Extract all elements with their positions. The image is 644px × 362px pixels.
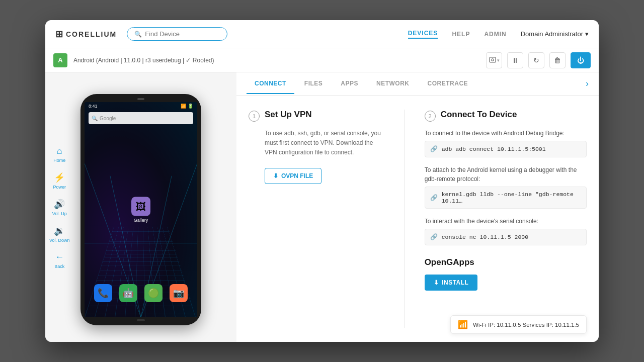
adb-command[interactable]: 🔗 adb adb connect 10.11.1.5:5001 [425, 141, 587, 157]
user-label: Domain Administrator [521, 30, 583, 38]
nav-admin[interactable]: ADMIN [484, 31, 506, 38]
install-button[interactable]: ⬇ INSTALL [425, 275, 478, 291]
sidebar-power-label: Power [53, 185, 66, 190]
install-label: INSTALL [442, 279, 468, 286]
connect-content: 1 Set Up VPN To use adb, ssh, gdb, or se… [236, 96, 599, 342]
sidebar-item-voldown[interactable]: 🔉 Vol. Down [49, 225, 70, 243]
sidebar-item-home[interactable]: ⌂ Home [53, 146, 65, 163]
back-icon: ← [55, 252, 64, 262]
device-avatar: A [53, 53, 67, 67]
content-area: ⌂ Home ⚡ Power 🔊 Vol. Up 🔉 Vol. Down [45, 72, 599, 342]
sidebar-item-volup[interactable]: 🔊 Vol. Up [52, 199, 67, 216]
serial-command[interactable]: 🔗 console nc 10.11.1.5 2000 [425, 229, 587, 245]
opengapps-title: OpenGApps [425, 257, 587, 267]
wifi-info: Wi-Fi IP: 10.11.0.5 Services IP: 10.11.1… [473, 322, 579, 328]
header: ⊞ CORELLIUM 🔍 DEVICES HELP ADMIN Domain … [45, 20, 599, 48]
phone-area: ⌂ Home ⚡ Power 🔊 Vol. Up 🔉 Vol. Down [45, 72, 236, 342]
link2-icon: 🔗 [430, 194, 438, 202]
main-panel: CONNECT FILES APPS NETWORK CORETRACE › 1… [236, 72, 599, 342]
connect-header: 2 Connect To Device [425, 110, 587, 122]
ovpn-label: OVPN FILE [281, 172, 313, 179]
connect-title: Connect To Device [441, 110, 517, 120]
screen: ⊞ CORELLIUM 🔍 DEVICES HELP ADMIN Domain … [45, 20, 599, 342]
sidebar-back-label: Back [54, 264, 64, 269]
adb-group: To connect to the device with Android De… [425, 129, 587, 157]
phone-home-button [137, 319, 145, 321]
serial-cmd-text: console nc 10.11.1.5 2000 [442, 234, 529, 240]
vpn-title: Set Up VPN [265, 110, 312, 120]
vpn-section: 1 Set Up VPN To use adb, ssh, gdb, or se… [249, 110, 384, 328]
gallery-label: Gallery [134, 218, 148, 223]
connect-device-section: 2 Connect To Device To connect to the de… [425, 110, 587, 328]
chevron-down-icon: ▾ [585, 30, 589, 38]
vpn-description: To use adb, ssh, gdb, or serial console,… [249, 129, 384, 158]
vol-up-icon: 🔊 [54, 199, 65, 210]
link-icon: 🔗 [430, 145, 438, 153]
tabs: CONNECT FILES APPS NETWORK CORETRACE › [236, 72, 599, 96]
device-info: Android (Android | 11.0.0 | r3 userdebug… [73, 57, 214, 64]
nav-devices[interactable]: DEVICES [408, 30, 438, 39]
screenshot-button[interactable]: ▾ [486, 52, 502, 68]
sidebar-home-label: Home [53, 158, 65, 163]
gallery-app-icon: 🖼 [131, 197, 150, 216]
gdb-command[interactable]: 🔗 kernel.gdb lldb --one-line "gdb-remote… [425, 187, 587, 209]
phone-wallpaper: 8:41 📶 🔋 🔍 Google 🖼 Gallery [85, 102, 197, 317]
android2-icon: 🟢 [144, 284, 163, 302]
ovpn-file-button[interactable]: ⬇ OVPN FILE [265, 168, 321, 184]
pause-button[interactable]: ⏸ [507, 52, 523, 68]
camera-icon: 📷 [170, 284, 188, 302]
sidebar-item-power[interactable]: ⚡ Power [53, 172, 66, 190]
user-menu[interactable]: Domain Administrator ▾ [521, 30, 589, 38]
svg-point-1 [491, 58, 493, 60]
phone-status-bar: 8:41 📶 🔋 [85, 102, 197, 110]
tab-coretrace[interactable]: CORETRACE [420, 74, 476, 94]
phone-device: 8:41 📶 🔋 🔍 Google 🖼 Gallery [80, 94, 201, 325]
sidebar-item-back[interactable]: ← Back [54, 252, 64, 269]
home-icon: ⌂ [57, 146, 62, 156]
wifi-bar: 📶 Wi-Fi IP: 10.11.0.5 Services IP: 10.11… [450, 315, 587, 334]
tab-network[interactable]: NETWORK [368, 74, 418, 94]
tab-files[interactable]: FILES [296, 74, 331, 94]
phone-dock-icons: 📞 🤖 🟢 📷 [85, 284, 197, 302]
adb-desc: To connect to the device with Android De… [425, 129, 587, 138]
gdb-cmd-text: kernel.gdb lldb --one-line "gdb-remote 1… [442, 191, 581, 204]
gdb-group: To attach to the Android kernel using a … [425, 165, 587, 209]
refresh-button[interactable]: ↻ [528, 52, 544, 68]
section-divider [404, 110, 405, 328]
device-bar: A Android (Android | 11.0.0 | r3 userdeb… [45, 48, 599, 72]
wifi-icon: 📶 [458, 320, 468, 329]
logo-text: CORELLIUM [66, 30, 117, 38]
sidebar-volup-label: Vol. Up [52, 211, 67, 216]
phone-icon: 📞 [94, 284, 112, 302]
vol-down-icon: 🔉 [54, 225, 65, 236]
device-controls: ▾ ⏸ ↻ 🗑 ⏻ [486, 52, 591, 68]
power-icon: ⚡ [54, 172, 65, 183]
search-box[interactable]: 🔍 [127, 27, 227, 41]
phone-search-bar: 🔍 Google [89, 112, 193, 124]
install-icon: ⬇ [434, 279, 439, 286]
tab-apps[interactable]: APPS [333, 74, 366, 94]
sidebar: ⌂ Home ⚡ Power 🔊 Vol. Up 🔉 Vol. Down [49, 146, 70, 269]
app-window: ⊞ CORELLIUM 🔍 DEVICES HELP ADMIN Domain … [45, 20, 599, 342]
serial-desc: To interact with the device's serial con… [425, 217, 587, 226]
phone-gallery-icon: 🖼 Gallery [131, 197, 150, 223]
adb-cmd-text: adb adb connect 10.11.1.5:5001 [442, 146, 546, 152]
link3-icon: 🔗 [430, 233, 438, 241]
android-icon: 🤖 [119, 284, 137, 302]
step1-circle: 1 [249, 111, 260, 122]
tab-connect[interactable]: CONNECT [247, 74, 294, 94]
gdb-desc: To attach to the Android kernel using a … [425, 165, 587, 184]
search-icon: 🔍 [134, 31, 142, 38]
phone-speaker [137, 98, 144, 100]
search-input[interactable] [145, 30, 215, 38]
tab-next-arrow[interactable]: › [586, 78, 589, 89]
serial-group: To interact with the device's serial con… [425, 217, 587, 245]
delete-button[interactable]: 🗑 [549, 52, 566, 68]
power-button[interactable]: ⏻ [571, 52, 591, 68]
nav-help[interactable]: HELP [452, 31, 470, 38]
step2-circle: 2 [425, 111, 436, 122]
svg-rect-0 [490, 57, 496, 62]
logo: ⊞ CORELLIUM [55, 29, 117, 40]
header-nav: DEVICES HELP ADMIN Domain Administrator … [408, 30, 589, 39]
sidebar-voldown-label: Vol. Down [49, 238, 70, 243]
